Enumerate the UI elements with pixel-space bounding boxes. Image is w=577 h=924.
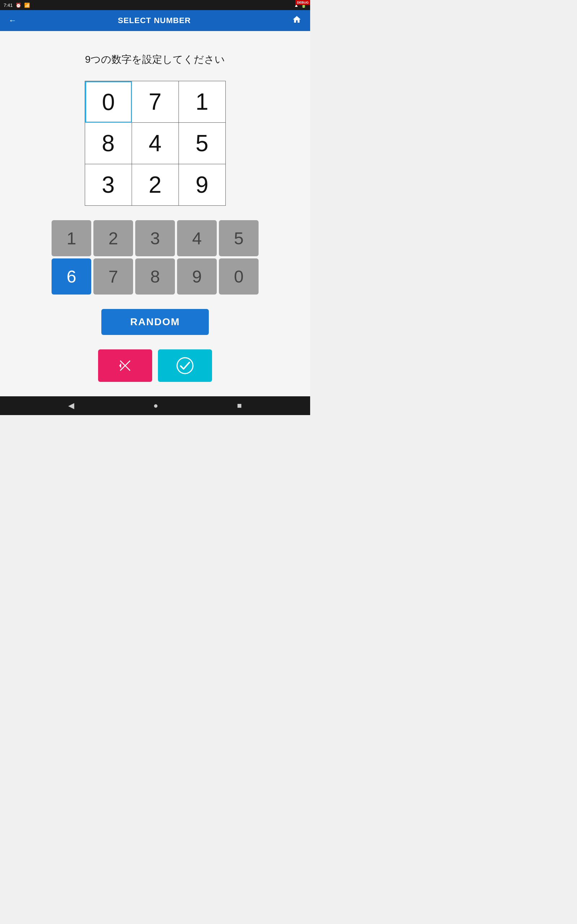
confirm-button[interactable]: [158, 349, 212, 382]
grid-cell-1[interactable]: 7: [132, 81, 179, 123]
key-button-7[interactable]: 7: [93, 258, 133, 294]
number-grid: 071845329: [85, 81, 226, 206]
sim-icon: 📶: [24, 3, 30, 8]
key-button-9[interactable]: 9: [177, 258, 217, 294]
key-button-2[interactable]: 2: [93, 220, 133, 256]
cancel-icon: [117, 358, 133, 373]
key-button-8[interactable]: 8: [135, 258, 175, 294]
key-button-0[interactable]: 0: [219, 258, 259, 294]
keypad: 1234567890: [52, 220, 259, 294]
status-right: ▲ 🔋 DEBUG: [294, 3, 306, 8]
key-button-4[interactable]: 4: [177, 220, 217, 256]
grid-cell-3[interactable]: 8: [85, 123, 132, 164]
back-button[interactable]: ←: [6, 13, 19, 28]
instruction-text: 9つの数字を設定してください: [85, 53, 226, 66]
random-button[interactable]: RANDOM: [102, 309, 209, 335]
grid-cell-7[interactable]: 2: [132, 164, 179, 206]
grid-cell-5[interactable]: 5: [179, 123, 226, 164]
nav-recent-button[interactable]: ■: [230, 398, 249, 413]
svg-marker-0: [120, 360, 130, 371]
status-bar: 7:41 ⏰ 📶 ▲ 🔋 DEBUG: [0, 0, 310, 10]
grid-cell-6[interactable]: 3: [85, 164, 132, 206]
app-bar: ← SELECT NUMBER: [0, 10, 310, 31]
main-content: 9つの数字を設定してください 071845329 1234567890 RAND…: [0, 31, 310, 396]
action-buttons: [98, 349, 212, 382]
nav-bar: ◀ ● ■: [0, 396, 310, 415]
confirm-icon: [176, 357, 194, 375]
home-icon: [292, 15, 301, 24]
key-button-6[interactable]: 6: [52, 258, 91, 294]
svg-point-2: [177, 358, 193, 373]
nav-back-button[interactable]: ◀: [61, 398, 82, 413]
debug-badge: DEBUG: [295, 0, 310, 5]
grid-cell-0[interactable]: 0: [85, 81, 132, 123]
status-left: 7:41 ⏰ 📶: [3, 3, 30, 8]
key-button-5[interactable]: 5: [219, 220, 259, 256]
app-bar-title: SELECT NUMBER: [118, 16, 191, 25]
alarm-icon: ⏰: [16, 3, 21, 8]
grid-cell-8[interactable]: 9: [179, 164, 226, 206]
cancel-button[interactable]: [98, 349, 152, 382]
nav-home-button[interactable]: ●: [146, 398, 165, 413]
time-display: 7:41: [3, 3, 13, 8]
key-button-1[interactable]: 1: [52, 220, 91, 256]
grid-cell-2[interactable]: 1: [179, 81, 226, 123]
grid-cell-4[interactable]: 4: [132, 123, 179, 164]
key-button-3[interactable]: 3: [135, 220, 175, 256]
home-button[interactable]: [289, 12, 305, 29]
svg-marker-1: [119, 363, 121, 368]
